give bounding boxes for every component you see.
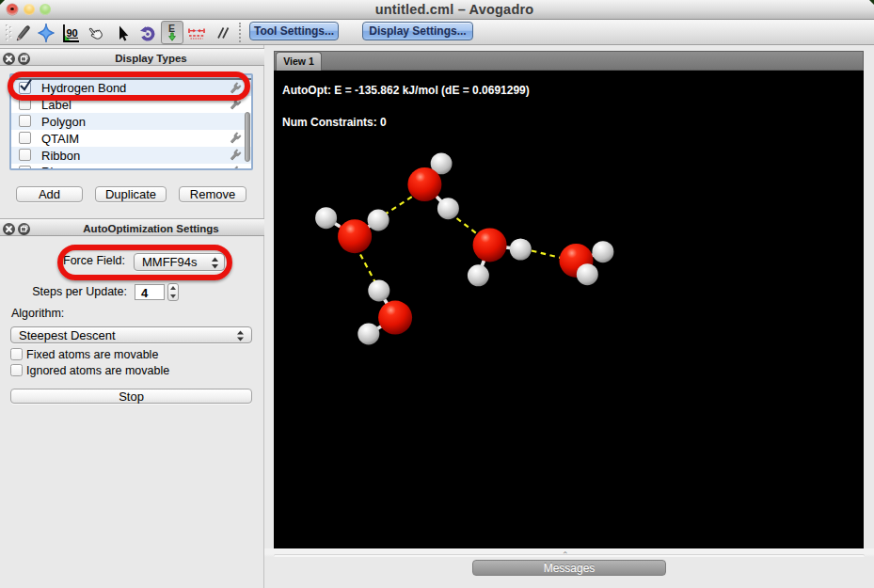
svg-text:90: 90 (67, 27, 78, 39)
svg-text:E: E (168, 23, 175, 34)
